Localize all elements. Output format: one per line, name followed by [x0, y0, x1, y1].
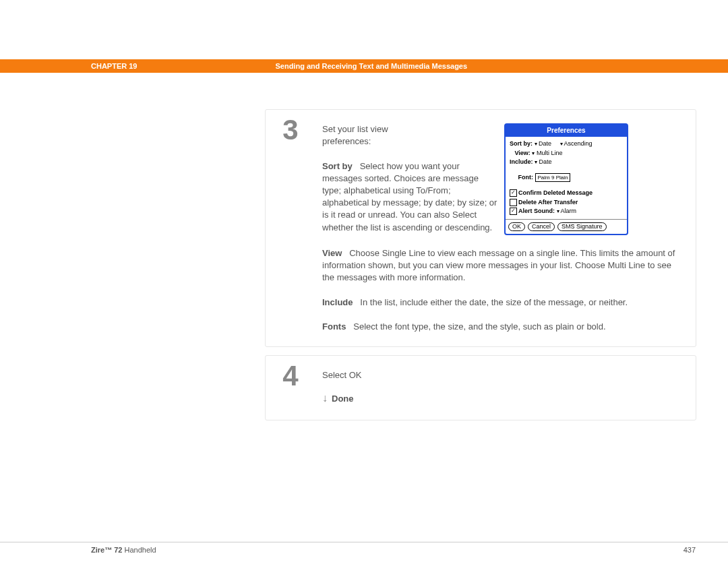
checkbox-confirm[interactable]: ✓	[510, 189, 517, 197]
prefs-view-value[interactable]: Multi Line	[537, 150, 563, 156]
step-4-number: 4	[266, 356, 315, 420]
prefs-title: Preferences	[506, 125, 627, 137]
fonts-label: Fonts	[322, 321, 346, 332]
prefs-include-label: Include:	[510, 158, 533, 165]
prefs-delete-after-label: Delete After Transfer	[518, 199, 578, 206]
step-3-body: Set your list view preferences: Sort by …	[315, 110, 696, 346]
step4-text: Select OK	[322, 369, 362, 381]
checkbox-alert[interactable]: ✓	[510, 208, 517, 215]
prefs-order-value[interactable]: Ascending	[564, 140, 593, 147]
prefs-alert-value[interactable]: Alarm	[561, 208, 577, 214]
view-label: View	[322, 248, 342, 258]
dropdown-icon[interactable]: ▾	[532, 150, 535, 156]
step-4-body: Select OK ↓ Done	[315, 356, 377, 420]
prefs-sortby-label: Sort by:	[510, 140, 533, 147]
sortby-label: Sort by	[322, 161, 353, 171]
sortby-text: Select how you want your messages sorted…	[322, 161, 497, 232]
view-text: Choose Single Line to view each message …	[322, 248, 675, 282]
prefs-confirm-label: Confirm Deleted Message	[518, 189, 593, 196]
fonts-text: Select the font type, the size, and the …	[353, 321, 605, 332]
footer-page-number: 437	[684, 546, 696, 554]
done-label: Done	[332, 393, 354, 405]
include-label: Include	[322, 297, 353, 307]
ok-button[interactable]: OK	[508, 222, 525, 231]
step-3: 3 Set your list view preferences: Sort b…	[265, 109, 696, 347]
step3-intro1: Set your list view	[322, 123, 497, 135]
include-text: In the list, include either the date, th…	[360, 297, 628, 307]
dropdown-icon[interactable]: ▾	[535, 159, 537, 165]
chapter-label: CHAPTER 19	[91, 62, 137, 70]
chapter-header: CHAPTER 19 Sending and Receiving Text an…	[0, 59, 728, 73]
prefs-view-label: View:	[515, 150, 530, 156]
dropdown-icon[interactable]: ▾	[535, 141, 537, 147]
prefs-alert-label: Alert Sound:	[518, 208, 555, 214]
step-4: 4 Select OK ↓ Done	[265, 355, 696, 420]
step-3-number: 3	[266, 110, 315, 346]
sms-signature-button[interactable]: SMS Signature	[557, 222, 607, 231]
prefs-font-label: Font:	[518, 174, 534, 181]
arrow-down-icon: ↓	[322, 391, 328, 406]
cancel-button[interactable]: Cancel	[528, 222, 555, 231]
footer-product: Zire™ 72 Handheld	[91, 546, 156, 554]
preferences-dialog: Preferences Sort by: ▾ Date ▾ Ascending …	[504, 123, 628, 235]
checkbox-delete-after[interactable]	[510, 199, 517, 206]
prefs-include-value[interactable]: Date	[539, 158, 552, 165]
prefs-sortby-value[interactable]: Date	[539, 140, 551, 147]
page-footer: Zire™ 72 Handheld 437	[0, 542, 728, 557]
dropdown-icon[interactable]: ▾	[560, 141, 563, 147]
step3-intro2: preferences:	[322, 135, 497, 148]
content-area: 3 Set your list view preferences: Sort b…	[265, 109, 696, 420]
chapter-title: Sending and Receiving Text and Multimedi…	[275, 62, 467, 70]
prefs-font-value[interactable]: Palm 9 Plain	[535, 173, 571, 182]
dropdown-icon[interactable]: ▾	[557, 208, 559, 214]
